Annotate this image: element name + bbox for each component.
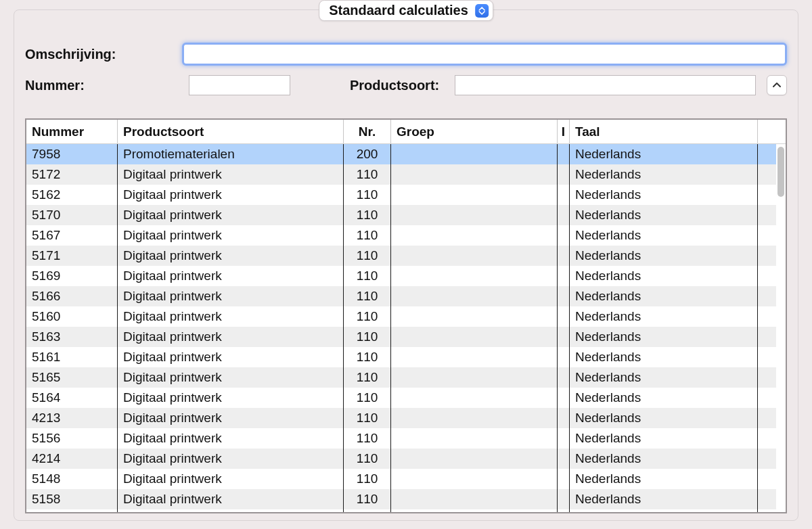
header-taal[interactable]: Taal bbox=[570, 120, 758, 143]
table-row[interactable]: 5160Digitaal printwerk110Nederlands bbox=[26, 306, 776, 327]
cell-taal: Nederlands bbox=[570, 489, 758, 509]
table-row[interactable]: 5164Digitaal printwerk110Nederlands bbox=[26, 388, 776, 408]
cell-groep bbox=[391, 286, 558, 306]
collapse-button[interactable] bbox=[767, 75, 787, 95]
cell-ps: Digitaal printwerk bbox=[118, 367, 344, 388]
cell-groep bbox=[391, 327, 558, 347]
cell-ps: Digitaal printwerk bbox=[118, 306, 344, 327]
cell-ps: Digitaal printwerk bbox=[118, 428, 344, 448]
cell-groep bbox=[391, 347, 558, 367]
cell-taal: Nederlands bbox=[570, 286, 758, 306]
cell-groep bbox=[391, 489, 558, 509]
header-nr[interactable]: Nr. bbox=[344, 120, 391, 143]
table-row[interactable]: 4214Digitaal printwerk110Nederlands bbox=[26, 448, 776, 469]
main-panel: Standaard calculaties Omschrijving: Numm… bbox=[14, 9, 798, 521]
cell-nummer: 5158 bbox=[26, 489, 118, 509]
header-nummer[interactable]: Nummer bbox=[26, 120, 118, 143]
cell-ps: Digitaal printwerk bbox=[118, 469, 344, 489]
cell-end bbox=[758, 347, 776, 367]
cell-end bbox=[758, 246, 776, 266]
cell-taal: Nederlands bbox=[570, 367, 758, 388]
cell-ps: Digitaal printwerk bbox=[118, 388, 344, 408]
table-row[interactable]: 4213Digitaal printwerk110Nederlands bbox=[26, 408, 776, 428]
cell-end bbox=[758, 509, 776, 512]
dropdown-chevron-icon bbox=[475, 4, 489, 18]
table-row[interactable]: 5169Digitaal printwerk110Nederlands bbox=[26, 266, 776, 286]
cell-end bbox=[758, 367, 776, 388]
cell-end bbox=[758, 286, 776, 306]
table-row[interactable]: 5166Digitaal printwerk110Nederlands bbox=[26, 286, 776, 306]
cell-taal: Nederlands bbox=[570, 469, 758, 489]
cell-nr: 110 bbox=[344, 408, 391, 428]
scrollbar[interactable] bbox=[776, 144, 786, 512]
table-row[interactable]: 5163Digitaal printwerk110Nederlands bbox=[26, 327, 776, 347]
cell-taal: Nederlands bbox=[570, 347, 758, 367]
cell-nummer: 7958 bbox=[26, 144, 118, 164]
cell-ps: Digitaal printwerk bbox=[118, 266, 344, 286]
cell-nummer: 5148 bbox=[26, 469, 118, 489]
omschrijving-row: Omschrijving: bbox=[25, 43, 787, 66]
cell-i bbox=[558, 388, 570, 408]
cell-taal: Nederlands bbox=[570, 164, 758, 185]
cell-ps: Digitaal printwerk bbox=[118, 286, 344, 306]
cell-groep bbox=[391, 205, 558, 225]
cell-ps: Digitaal printwerk bbox=[118, 205, 344, 225]
cell-groep bbox=[391, 367, 558, 388]
cell-taal: Nederlands bbox=[570, 509, 758, 512]
cell-i bbox=[558, 266, 570, 286]
table-row[interactable]: 5154Digitaal printwerk110Nederlands bbox=[26, 509, 776, 512]
table-row[interactable]: 5165Digitaal printwerk110Nederlands bbox=[26, 367, 776, 388]
search-form: Omschrijving: Nummer: Productsoort: bbox=[14, 10, 798, 116]
cell-groep bbox=[391, 388, 558, 408]
cell-nummer: 5164 bbox=[26, 388, 118, 408]
cell-end bbox=[758, 144, 776, 164]
header-productsoort[interactable]: Productsoort bbox=[118, 120, 344, 143]
table-row[interactable]: 5167Digitaal printwerk110Nederlands bbox=[26, 225, 776, 246]
cell-end bbox=[758, 164, 776, 185]
cell-taal: Nederlands bbox=[570, 185, 758, 205]
cell-taal: Nederlands bbox=[570, 408, 758, 428]
header-i[interactable]: I bbox=[558, 120, 570, 143]
table-row[interactable]: 5171Digitaal printwerk110Nederlands bbox=[26, 246, 776, 266]
cell-ps: Promotiematerialen bbox=[118, 144, 344, 164]
cell-taal: Nederlands bbox=[570, 448, 758, 469]
table-row[interactable]: 5158Digitaal printwerk110Nederlands bbox=[26, 489, 776, 509]
cell-taal: Nederlands bbox=[570, 327, 758, 347]
header-groep[interactable]: Groep bbox=[391, 120, 558, 143]
cell-i bbox=[558, 347, 570, 367]
table-row[interactable]: 5148Digitaal printwerk110Nederlands bbox=[26, 469, 776, 489]
cell-nr: 110 bbox=[344, 448, 391, 469]
cell-end bbox=[758, 469, 776, 489]
cell-nummer: 5172 bbox=[26, 164, 118, 185]
cell-i bbox=[558, 144, 570, 164]
table-row[interactable]: 5170Digitaal printwerk110Nederlands bbox=[26, 205, 776, 225]
omschrijving-label: Omschrijving: bbox=[25, 47, 182, 62]
cell-groep bbox=[391, 266, 558, 286]
productsoort-input[interactable] bbox=[455, 75, 756, 95]
header-end bbox=[758, 120, 786, 143]
cell-ps: Digitaal printwerk bbox=[118, 185, 344, 205]
cell-nummer: 5156 bbox=[26, 428, 118, 448]
scrollbar-thumb[interactable] bbox=[777, 147, 784, 197]
cell-groep bbox=[391, 469, 558, 489]
cell-nummer: 5167 bbox=[26, 225, 118, 246]
cell-nummer: 5163 bbox=[26, 327, 118, 347]
title-dropdown-label: Standaard calculaties bbox=[329, 3, 468, 18]
table-row[interactable]: 5162Digitaal printwerk110Nederlands bbox=[26, 185, 776, 205]
cell-end bbox=[758, 428, 776, 448]
second-row: Nummer: Productsoort: bbox=[25, 75, 787, 95]
omschrijving-input[interactable] bbox=[182, 43, 787, 66]
title-dropdown[interactable]: Standaard calculaties bbox=[319, 0, 493, 21]
cell-nr: 110 bbox=[344, 286, 391, 306]
table-row[interactable]: 5156Digitaal printwerk110Nederlands bbox=[26, 428, 776, 448]
productsoort-label: Productsoort: bbox=[350, 78, 448, 93]
cell-ps: Digitaal printwerk bbox=[118, 509, 344, 512]
table-row[interactable]: 5172Digitaal printwerk110Nederlands bbox=[26, 164, 776, 185]
table-row[interactable]: 7958Promotiematerialen200Nederlands bbox=[26, 144, 776, 164]
cell-nummer: 5170 bbox=[26, 205, 118, 225]
cell-nr: 110 bbox=[344, 509, 391, 512]
table-row[interactable]: 5161Digitaal printwerk110Nederlands bbox=[26, 347, 776, 367]
cell-nummer: 5165 bbox=[26, 367, 118, 388]
nummer-input[interactable] bbox=[189, 75, 290, 95]
cell-i bbox=[558, 469, 570, 489]
